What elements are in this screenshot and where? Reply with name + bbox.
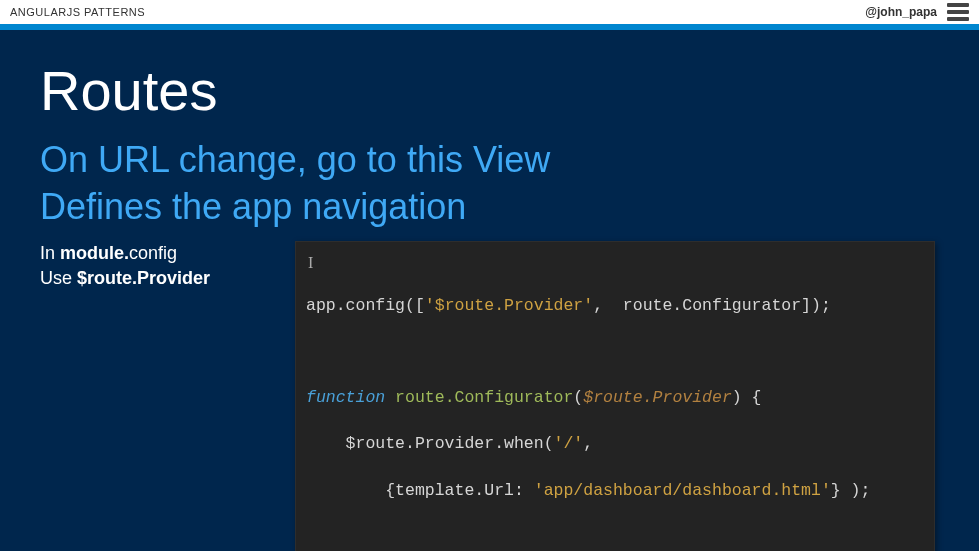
code-token: ( <box>573 388 583 407</box>
bullet-1-suffix: config <box>129 243 177 263</box>
code-token: , <box>583 434 593 453</box>
bullet-list: In module.config Use $route.Provider <box>40 241 295 551</box>
code-token: '/' <box>554 434 584 453</box>
code-token: , route.Configurator]); <box>593 296 831 315</box>
body-row: In module.config Use $route.Provider I a… <box>40 241 939 551</box>
deck-title: ANGULARJS PATTERNS <box>10 6 145 18</box>
code-token: '$route.Provider' <box>425 296 593 315</box>
bullet-2-text: Use <box>40 268 77 288</box>
page-title: Routes <box>40 60 939 122</box>
code-blank-line <box>306 340 924 363</box>
code-token: $route.Provider.when( <box>306 434 554 453</box>
code-token: {template.Url: <box>306 481 534 500</box>
bullet-2: Use $route.Provider <box>40 268 295 289</box>
top-bar-right: @john_papa <box>865 3 969 21</box>
subtitle-line-1: On URL change, go to this View <box>40 137 939 182</box>
code-token: $route.Provider <box>583 388 732 407</box>
subtitle-line-2: Defines the app navigation <box>40 184 939 229</box>
code-token: ) { <box>732 388 762 407</box>
bullet-1-bold: module. <box>60 243 129 263</box>
author-handle: @john_papa <box>865 5 937 19</box>
code-token: route.Configurator <box>385 388 573 407</box>
top-bar: ANGULARJS PATTERNS @john_papa <box>0 0 979 30</box>
slide-body: Routes On URL change, go to this View De… <box>0 30 979 551</box>
text-cursor-icon: I <box>308 252 313 274</box>
code-token: } ); <box>831 481 871 500</box>
code-blank-line <box>306 525 924 548</box>
code-token: 'app/dashboard/dashboard.html' <box>534 481 831 500</box>
bullet-2-bold: $route.Provider <box>77 268 210 288</box>
menu-icon[interactable] <box>947 3 969 21</box>
code-token: function <box>306 388 385 407</box>
code-block: I app.config(['$route.Provider', route.C… <box>295 241 935 551</box>
bullet-1: In module.config <box>40 243 295 264</box>
bullet-1-text: In <box>40 243 60 263</box>
code-token: app.config([ <box>306 296 425 315</box>
